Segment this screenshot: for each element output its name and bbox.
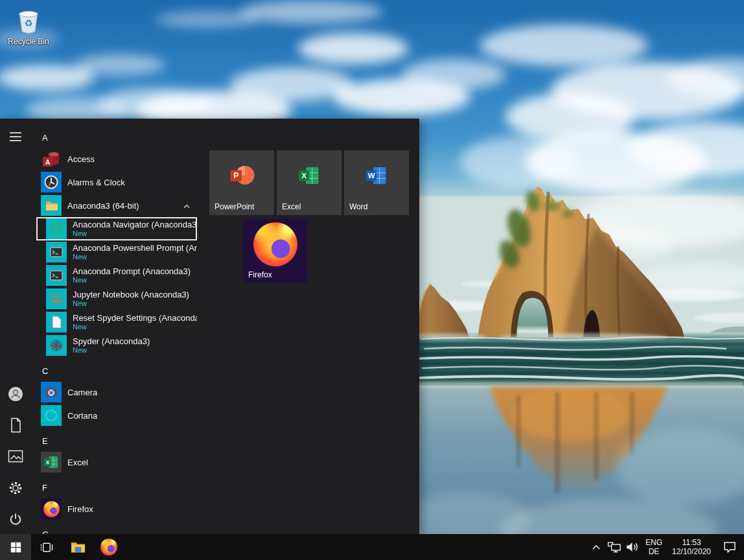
app-item-label: Anaconda Powershell Prompt (Ana... bbox=[73, 243, 197, 253]
app-folder-anaconda3-64-bit[interactable]: Anaconda3 (64-bit) bbox=[36, 194, 197, 217]
word-icon: W bbox=[362, 161, 391, 191]
pictures-icon bbox=[8, 449, 23, 463]
excel-icon: X bbox=[294, 161, 324, 191]
excel-icon: X bbox=[41, 452, 62, 472]
tray-expand-button[interactable] bbox=[587, 534, 605, 560]
firefox-taskbar-button[interactable] bbox=[93, 534, 124, 560]
alarms-clock-icon bbox=[41, 172, 62, 192]
new-badge: New bbox=[73, 346, 150, 355]
spyder-icon bbox=[46, 335, 67, 356]
app-item-text: Anaconda Prompt (Anaconda3) New bbox=[73, 266, 191, 285]
app-item-firefox[interactable]: Firefox bbox=[36, 497, 197, 520]
section-letter: E bbox=[42, 436, 48, 446]
language-primary: ENG bbox=[645, 538, 662, 547]
settings-button[interactable] bbox=[4, 476, 27, 500]
tile-word[interactable]: W Word bbox=[344, 150, 409, 215]
app-item-excel[interactable]: XExcel bbox=[36, 450, 197, 474]
app-item-text: Spyder (Anaconda3) New bbox=[73, 336, 150, 355]
terminal-icon bbox=[46, 242, 67, 262]
tile-powerpoint[interactable]: P PowerPoint bbox=[209, 150, 274, 215]
app-item-text: Anaconda Powershell Prompt (Ana... New bbox=[73, 243, 197, 261]
app-item-anaconda-prompt-anaconda3[interactable]: Anaconda Prompt (Anaconda3) New bbox=[36, 264, 197, 287]
tray-time: 11:53 bbox=[682, 538, 701, 547]
volume-icon bbox=[625, 541, 640, 553]
recycle-bin-desktop-icon[interactable]: ♻ Recycle Bin bbox=[4, 5, 53, 46]
app-item-label: Camera bbox=[67, 388, 97, 397]
cortana-icon bbox=[41, 405, 62, 426]
svg-text:A: A bbox=[45, 159, 50, 166]
app-item-jupyter-notebook-anaconda3[interactable]: Jupyter Notebook (Anaconda3) New bbox=[36, 287, 197, 310]
app-item-anaconda-navigator-anaconda3[interactable]: Anaconda Navigator (Anaconda3) New bbox=[36, 217, 197, 240]
language-secondary: DE bbox=[649, 547, 660, 556]
document-icon bbox=[8, 417, 23, 433]
power-icon bbox=[8, 511, 23, 527]
app-item-label: Firefox bbox=[67, 504, 93, 514]
app-list-section-header-f[interactable]: F bbox=[36, 478, 207, 497]
app-item-label: Reset Spyder Settings (Anaconda3) bbox=[73, 313, 197, 323]
app-item-label: Anaconda Navigator (Anaconda3) bbox=[73, 220, 197, 229]
documents-button[interactable] bbox=[4, 414, 27, 437]
start-button[interactable] bbox=[0, 534, 31, 560]
app-item-spyder-anaconda3[interactable]: Spyder (Anaconda3) New bbox=[36, 334, 197, 357]
app-item-anaconda-powershell-prompt-ana[interactable]: Anaconda Powershell Prompt (Ana... New bbox=[36, 240, 197, 264]
jupyter-icon bbox=[46, 288, 67, 309]
start-menu-panel: A AAccess Alarms & Clock Anaconda3 (64-b… bbox=[0, 119, 419, 534]
app-list-section-header-a[interactable]: A bbox=[36, 128, 207, 147]
task-view-icon bbox=[40, 541, 54, 554]
power-button[interactable] bbox=[4, 508, 27, 531]
svg-text:X: X bbox=[301, 172, 307, 180]
app-item-camera[interactable]: Camera bbox=[36, 380, 197, 404]
tile-label: Word bbox=[349, 202, 367, 211]
svg-text:W: W bbox=[368, 172, 375, 180]
document-icon bbox=[46, 312, 67, 332]
app-list-section-header-c[interactable]: C bbox=[36, 361, 207, 380]
app-item-reset-spyder-settings-anaconda3[interactable]: Reset Spyder Settings (Anaconda3) New bbox=[36, 310, 197, 334]
app-item-cortana[interactable]: Cortana bbox=[36, 404, 197, 427]
expand-start-menu-button[interactable] bbox=[4, 125, 27, 148]
app-list-section-header-e[interactable]: E bbox=[36, 431, 207, 450]
task-view-button[interactable] bbox=[31, 534, 62, 560]
section-letter: C bbox=[42, 366, 48, 376]
powerpoint-icon: P bbox=[227, 161, 257, 191]
anaconda3-folder-icon bbox=[41, 195, 62, 216]
new-badge: New bbox=[73, 299, 189, 308]
app-item-alarms-clock[interactable]: Alarms & Clock bbox=[36, 170, 197, 194]
tile-label: Excel bbox=[282, 202, 301, 211]
start-menu-nav-rail bbox=[0, 119, 31, 534]
section-letter: F bbox=[42, 483, 47, 493]
app-item-label: Alarms & Clock bbox=[67, 178, 125, 187]
new-badge: New bbox=[73, 323, 197, 331]
app-item-text: Anaconda Navigator (Anaconda3) New bbox=[73, 220, 197, 238]
anaconda-navigator-icon bbox=[46, 218, 67, 239]
action-center-icon bbox=[723, 541, 737, 554]
firefox-icon bbox=[41, 498, 62, 519]
app-item-label: Spyder (Anaconda3) bbox=[73, 336, 150, 346]
tile-firefox[interactable]: Firefox bbox=[243, 219, 307, 283]
tile-label: Firefox bbox=[248, 270, 272, 279]
svg-text:X: X bbox=[46, 460, 50, 465]
section-letter: A bbox=[42, 133, 48, 143]
app-item-label: Jupyter Notebook (Anaconda3) bbox=[73, 290, 189, 299]
user-account-button[interactable] bbox=[4, 382, 27, 406]
new-badge: New bbox=[73, 253, 197, 261]
app-item-label: Anaconda3 (64-bit) bbox=[67, 201, 139, 211]
app-item-label: Cortana bbox=[67, 411, 97, 421]
pictures-button[interactable] bbox=[4, 445, 27, 468]
taskbar-clock[interactable]: 11:53 12/10/2020 bbox=[666, 534, 717, 560]
network-tray-button[interactable] bbox=[605, 534, 623, 560]
file-explorer-taskbar-button[interactable] bbox=[62, 534, 93, 560]
new-badge: New bbox=[73, 229, 197, 238]
action-center-button[interactable] bbox=[717, 534, 743, 560]
recycle-bin-label: Recycle Bin bbox=[8, 37, 49, 46]
camera-icon bbox=[41, 382, 62, 402]
app-list-section-header-g[interactable]: G bbox=[36, 524, 207, 534]
taskbar-spacer bbox=[124, 534, 587, 560]
volume-tray-button[interactable] bbox=[623, 534, 642, 560]
app-item-text: Reset Spyder Settings (Anaconda3) New bbox=[73, 313, 197, 331]
app-item-access[interactable]: AAccess bbox=[36, 147, 197, 170]
start-menu-app-list: A AAccess Alarms & Clock Anaconda3 (64-b… bbox=[36, 119, 207, 534]
language-indicator[interactable]: ENG DE bbox=[642, 534, 666, 560]
app-item-label: Excel bbox=[67, 458, 88, 467]
tile-excel[interactable]: X Excel bbox=[277, 150, 342, 215]
app-item-label: Access bbox=[67, 154, 95, 164]
